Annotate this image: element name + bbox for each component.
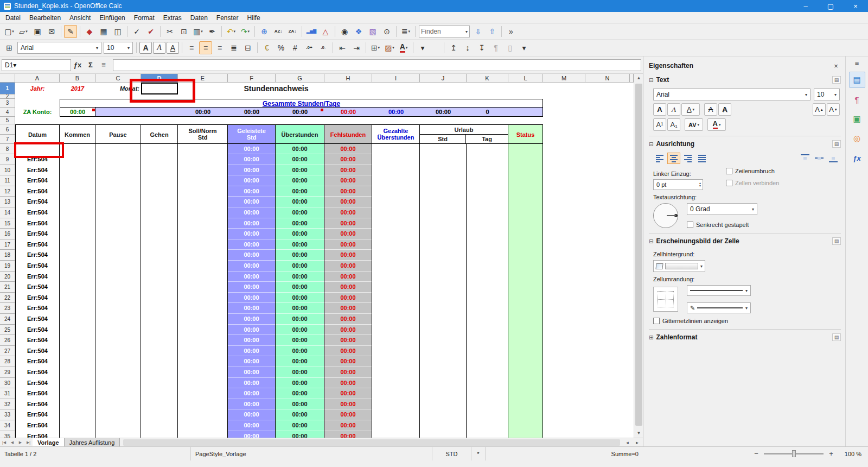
cell-H28[interactable]: 00:00 — [324, 356, 372, 367]
cell-F9[interactable]: 00:00 — [228, 154, 276, 165]
vertical-scroll-thumb[interactable] — [635, 84, 642, 426]
cell-L26[interactable] — [508, 335, 543, 346]
stacked-checkbox[interactable]: Senkrecht gestapelt — [687, 222, 757, 228]
cell-I35[interactable] — [372, 431, 420, 438]
cell-H9[interactable]: 00:00 — [324, 154, 372, 165]
cell-I14[interactable] — [372, 207, 420, 218]
column-header-C[interactable]: C — [95, 74, 141, 83]
align-right-icon[interactable] — [681, 153, 694, 164]
add-decimal-icon[interactable]: .0+ — [303, 41, 316, 54]
row-header-15[interactable]: 15 — [0, 218, 15, 229]
minimize-button[interactable]: – — [793, 0, 818, 12]
cell-L9[interactable] — [508, 154, 543, 165]
header-fehlstunden[interactable]: Fehlstunden — [324, 124, 372, 144]
cell-C9[interactable] — [95, 154, 141, 165]
cell-K13[interactable] — [467, 197, 508, 207]
cell-D28[interactable] — [141, 356, 178, 367]
cell-G18[interactable]: 00:00 — [276, 250, 324, 261]
grid-corner[interactable] — [0, 74, 15, 83]
cell-L33[interactable] — [508, 409, 543, 420]
cell-C23[interactable] — [95, 303, 141, 314]
menu-fenster[interactable]: Fenster — [212, 13, 243, 23]
new-document-icon[interactable]: ▢▾ — [3, 25, 16, 38]
cell-C26[interactable] — [95, 335, 141, 346]
sheet-info[interactable]: Tabelle 1 / 2 — [0, 447, 191, 460]
cell-F12[interactable]: 00:00 — [228, 186, 276, 197]
search-down-icon[interactable]: ⇩ — [471, 25, 484, 38]
column-header-J[interactable]: J — [420, 74, 467, 83]
column-header-H[interactable]: H — [324, 74, 372, 83]
cell-C22[interactable] — [95, 293, 141, 304]
cell-E11[interactable] — [178, 175, 228, 186]
cell-D8[interactable] — [141, 144, 178, 154]
cell-E34[interactable] — [178, 420, 228, 431]
cell-B11[interactable] — [60, 175, 95, 186]
cell-B12[interactable] — [60, 186, 95, 197]
cell-K29[interactable] — [467, 367, 508, 378]
cell-H4[interactable]: 00:00 — [324, 108, 372, 117]
row-header-3[interactable]: 3 — [0, 99, 15, 108]
bold-icon[interactable]: A — [653, 103, 666, 116]
cell-K9[interactable] — [467, 154, 508, 165]
cell-G30[interactable]: 00:00 — [276, 378, 324, 389]
cell-E18[interactable] — [178, 250, 228, 261]
align-center-icon[interactable]: ≡ — [199, 41, 212, 54]
insert-mode[interactable]: STD — [432, 447, 471, 460]
spinner-arrows-icon[interactable]: ▲▼ — [698, 182, 703, 187]
row-header-24[interactable]: 24 — [0, 314, 15, 325]
zoom-level[interactable]: 100 % — [835, 451, 868, 457]
cell-D20[interactable] — [141, 272, 178, 282]
chevron-down-icon[interactable]: ▾ — [802, 92, 807, 97]
row-header-19[interactable]: 19 — [0, 261, 15, 272]
cell-L22[interactable] — [508, 293, 543, 304]
cell-F4[interactable]: 00:00 — [228, 108, 276, 117]
cell-G13[interactable]: 00:00 — [276, 197, 324, 207]
cell-C20[interactable] — [95, 272, 141, 282]
bold-icon[interactable]: A — [139, 42, 152, 54]
wrap-text-checkbox[interactable]: Zeilenumbruch — [726, 168, 779, 174]
cell-D14[interactable] — [141, 207, 178, 218]
shadow-icon[interactable]: A — [718, 103, 731, 116]
cell-F18[interactable]: 00:00 — [228, 250, 276, 261]
cell-J18[interactable] — [420, 250, 467, 261]
cell-B26[interactable] — [60, 335, 95, 346]
cell-H12[interactable]: 00:00 — [324, 186, 372, 197]
row-header-7[interactable]: 7 — [0, 135, 15, 144]
cell-L21[interactable] — [508, 282, 543, 293]
name-box-dropdown-icon[interactable]: ▾ — [13, 61, 16, 69]
row-header-18[interactable]: 18 — [0, 250, 15, 261]
cell-A13[interactable]: Err:504 — [15, 197, 60, 207]
align-center-icon[interactable] — [667, 153, 680, 164]
standard-format-icon[interactable]: # — [289, 41, 302, 54]
cell-A25[interactable]: Err:504 — [15, 325, 60, 336]
italic-icon[interactable]: A — [667, 103, 680, 116]
cell-C12[interactable] — [95, 186, 141, 197]
column-header-B[interactable]: B — [60, 74, 95, 83]
zoom-slider[interactable] — [764, 453, 824, 455]
cell-K30[interactable] — [467, 378, 508, 389]
cell-H18[interactable]: 00:00 — [324, 250, 372, 261]
cell-E21[interactable] — [178, 282, 228, 293]
row-header-17[interactable]: 17 — [0, 239, 15, 250]
cell-H8[interactable]: 00:00 — [324, 144, 372, 154]
cell-C35[interactable] — [95, 431, 141, 438]
cell-J30[interactable] — [420, 378, 467, 389]
cell-A26[interactable]: Err:504 — [15, 335, 60, 346]
cell-F22[interactable]: 00:00 — [228, 293, 276, 304]
cell-J19[interactable] — [420, 261, 467, 272]
row-header-13[interactable]: 13 — [0, 197, 15, 207]
cell-L17[interactable] — [508, 239, 543, 250]
sort-ascending-icon[interactable]: AZ↓ — [272, 25, 285, 38]
cell-K11[interactable] — [467, 175, 508, 186]
cell-B28[interactable] — [60, 356, 95, 367]
auto-spellcheck-icon[interactable]: ✔ — [144, 25, 157, 38]
cell-L34[interactable] — [508, 420, 543, 431]
horizontal-scroll-thumb[interactable] — [123, 439, 620, 446]
row-header-20[interactable]: 20 — [0, 272, 15, 282]
cell-D13[interactable] — [141, 197, 178, 207]
cell-G28[interactable]: 00:00 — [276, 356, 324, 367]
align-left-icon[interactable]: ≡ — [185, 41, 198, 54]
row-header-16[interactable]: 16 — [0, 229, 15, 239]
row-header-21[interactable]: 21 — [0, 282, 15, 293]
cell-G16[interactable]: 00:00 — [276, 229, 324, 239]
